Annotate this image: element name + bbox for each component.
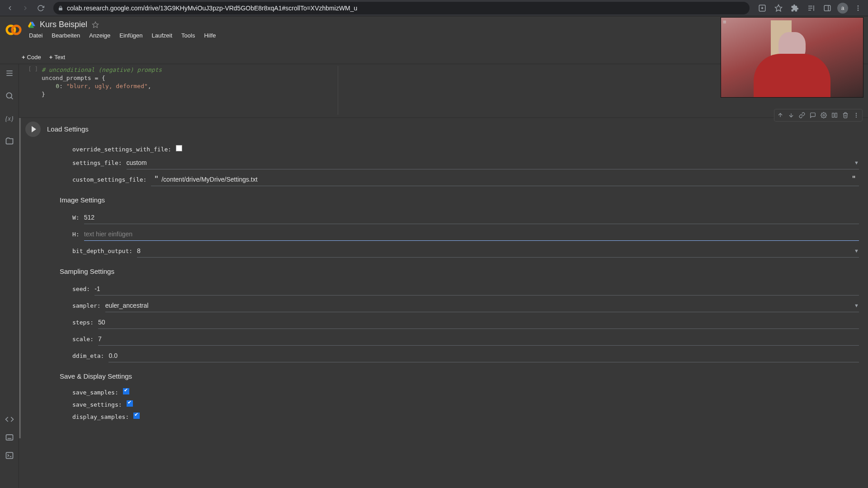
chevron-down-icon: ▼	[854, 303, 859, 308]
label-W: W:	[72, 214, 84, 221]
svg-point-29	[856, 115, 857, 116]
close-quote: "	[849, 174, 859, 183]
forward-button[interactable]	[19, 2, 32, 14]
label-display-samples: display_samples:	[72, 413, 133, 420]
svg-marker-1	[775, 5, 782, 11]
command-palette-icon[interactable]	[4, 432, 15, 443]
svg-point-12	[12, 26, 20, 34]
terminal-icon[interactable]	[4, 450, 15, 461]
lock-icon	[58, 5, 63, 11]
open-quote: "	[151, 174, 161, 183]
input-custom-settings-file[interactable]	[161, 174, 849, 186]
svg-point-10	[858, 9, 859, 11]
menu-edit[interactable]: Bearbeiten	[52, 32, 80, 39]
label-sampler: sampler:	[72, 302, 105, 309]
menu-file[interactable]: Datei	[29, 32, 42, 39]
label-H: H:	[72, 231, 84, 238]
label-scale: scale:	[72, 336, 98, 343]
variables-icon[interactable]: {x}	[4, 113, 15, 124]
menu-help[interactable]: Hilfe	[204, 32, 216, 39]
colab-logo[interactable]	[5, 22, 24, 40]
section-title-sampling: Sampling Settings	[60, 267, 859, 275]
label-seed: seed:	[72, 286, 94, 292]
label-override: override_settings_with_file:	[72, 146, 176, 153]
svg-rect-6	[824, 5, 830, 11]
star-icon[interactable]	[92, 21, 99, 28]
svg-rect-19	[6, 435, 13, 440]
svg-point-17	[6, 93, 12, 98]
input-seed[interactable]	[94, 283, 859, 296]
find-replace-icon[interactable]	[4, 90, 15, 101]
left-sidebar: {x}	[0, 64, 19, 488]
checkbox-save-settings[interactable]	[127, 400, 133, 407]
checkbox-save-samples[interactable]	[123, 388, 129, 394]
browser-toolbar: colab.research.google.com/drive/13G9KHyM…	[0, 0, 868, 16]
chevron-down-icon: ▼	[854, 160, 859, 165]
add-code-button[interactable]: + Code	[22, 54, 41, 61]
svg-rect-21	[6, 452, 13, 458]
checkbox-display-samples[interactable]	[133, 413, 140, 419]
browser-menu-icon[interactable]	[852, 2, 864, 14]
section-title-save: Save & Display Settings	[60, 372, 859, 380]
code-snippets-icon[interactable]	[4, 414, 15, 425]
add-text-button[interactable]: + Text	[49, 54, 65, 61]
code-divider	[338, 66, 338, 115]
cell-exec-indicator: [ ]	[28, 66, 38, 72]
form-cell: Load Settings override_settings_with_fil…	[19, 118, 868, 438]
label-steps: steps:	[72, 319, 98, 326]
menu-tools[interactable]: Tools	[181, 32, 195, 39]
checkbox-override[interactable]	[176, 145, 182, 151]
menu-view[interactable]: Anzeige	[89, 32, 110, 39]
svg-marker-13	[92, 22, 98, 28]
svg-point-25	[823, 114, 825, 116]
select-settings-file[interactable]: custom ▼	[127, 157, 859, 169]
install-icon[interactable]	[756, 2, 769, 14]
notebook-content[interactable]: [ ] # unconditional (negative) prompts u…	[19, 64, 868, 488]
bookmark-star-icon[interactable]	[772, 2, 785, 14]
label-save-samples: save_samples:	[72, 389, 123, 396]
svg-point-8	[858, 5, 859, 7]
svg-rect-27	[835, 113, 837, 117]
webcam-menu-icon: ≡	[723, 19, 726, 25]
drive-icon	[28, 21, 35, 28]
svg-point-28	[856, 113, 857, 114]
input-ddim-eta[interactable]	[108, 350, 859, 362]
table-of-contents-icon[interactable]	[4, 68, 15, 79]
label-custom-settings-file: custom_settings_file:	[72, 176, 151, 183]
menu-insert[interactable]: Einfügen	[119, 32, 142, 39]
label-ddim-eta: ddim_eta:	[72, 352, 108, 359]
section-title-load: Load Settings	[47, 125, 89, 133]
address-bar[interactable]: colab.research.google.com/drive/13G9KHyM…	[53, 2, 750, 14]
reading-list-icon[interactable]	[805, 2, 817, 14]
svg-point-9	[858, 7, 859, 9]
menu-runtime[interactable]: Laufzeit	[152, 32, 173, 39]
files-icon[interactable]	[4, 136, 15, 146]
back-button[interactable]	[4, 2, 16, 14]
svg-line-18	[11, 98, 13, 99]
svg-rect-26	[832, 113, 834, 117]
reload-button[interactable]	[34, 2, 47, 14]
side-panel-icon[interactable]	[821, 2, 834, 14]
chevron-down-icon: ▼	[854, 248, 859, 253]
select-bit-depth[interactable]: 8 ▼	[137, 245, 859, 258]
extensions-icon[interactable]	[788, 2, 801, 14]
select-sampler[interactable]: euler_ancestral ▼	[105, 300, 859, 312]
play-icon	[32, 126, 36, 132]
input-scale[interactable]	[98, 333, 859, 346]
label-settings-file: settings_file:	[72, 160, 127, 166]
input-H[interactable]	[84, 229, 859, 241]
url-text: colab.research.google.com/drive/13G9KHyM…	[67, 5, 357, 12]
input-W[interactable]	[84, 212, 859, 224]
webcam-overlay: ≡	[721, 17, 863, 98]
section-title-image: Image Settings	[60, 196, 859, 204]
label-bit-depth: bit_depth_output:	[72, 248, 137, 254]
document-title[interactable]: Kurs Beispiel	[40, 20, 87, 29]
input-steps[interactable]	[98, 317, 859, 329]
run-cell-button[interactable]	[25, 122, 41, 137]
label-save-settings: save_settings:	[72, 401, 127, 408]
profile-avatar[interactable]: a	[837, 3, 848, 14]
svg-point-30	[856, 117, 857, 117]
